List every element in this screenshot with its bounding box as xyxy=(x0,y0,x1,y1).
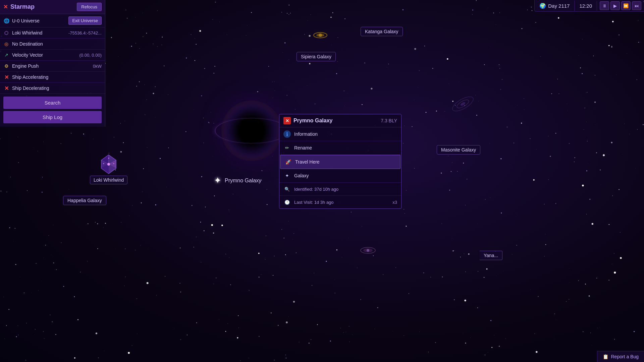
popup-header: ✕ Prymno Galaxy 7.3 BLY xyxy=(279,114,401,127)
sipiera-galaxy-label[interactable]: Sipiera Galaxy xyxy=(297,52,336,61)
black-hole xyxy=(221,101,282,161)
identified-text: Identified: 37d 10h ago xyxy=(294,187,338,192)
fast-forward-button[interactable]: ⏩ xyxy=(621,1,631,10)
sidebar-header: ✕ Starmap Refocus xyxy=(0,0,105,14)
play-button[interactable]: ▶ xyxy=(610,1,620,10)
rename-icon: ✏ xyxy=(283,144,291,152)
engine-value: 0kW xyxy=(93,64,102,69)
popup-close-button[interactable]: ✕ xyxy=(283,117,291,124)
time-display: 12:20 xyxy=(575,1,597,11)
decel-row: ✕ Ship Decelerating xyxy=(0,83,105,94)
universe-icon: 🌐 xyxy=(3,18,9,24)
popup-distance: 7.3 BLY xyxy=(381,118,397,123)
exit-universe-button[interactable]: Exit Universe xyxy=(68,16,102,25)
masonite-galaxy-label[interactable]: Masonite Galaxy xyxy=(437,145,480,155)
svg-point-19 xyxy=(107,163,110,166)
engine-label: Engine Push xyxy=(12,63,39,69)
travel-label: Travel Here xyxy=(295,159,320,165)
popup-galaxy-item[interactable]: ✦ Galaxy xyxy=(279,169,401,183)
accel-row: ✕ Ship Accelerating xyxy=(0,72,105,83)
information-icon: ℹ xyxy=(283,130,291,138)
universe-row: 🌐 U-0 Universe Exit Universe xyxy=(0,14,105,27)
engine-row: ⚙ Engine Push 0kW xyxy=(0,61,105,72)
accel-icon: ✕ xyxy=(3,74,9,80)
visit-count: x3 xyxy=(392,200,397,205)
svg-point-5 xyxy=(367,249,369,252)
velocity-label: Velocity Vector xyxy=(12,52,43,58)
edge-galaxy-right xyxy=(449,90,476,119)
svg-point-21 xyxy=(113,163,114,164)
last-visit-text: Last Visit: 1d 3h ago xyxy=(294,200,334,205)
accel-label: Ship Accelerating xyxy=(12,74,48,80)
hud-controls: ⏸ ▶ ⏩ ⏭ xyxy=(597,0,644,11)
sidebar-title: Starmap xyxy=(10,3,35,10)
destination-icon: ◎ xyxy=(3,41,9,47)
report-bug-label: Report a Bug xyxy=(611,354,639,359)
bottom-galaxy-object xyxy=(359,241,377,261)
report-bug-icon: 📋 xyxy=(603,354,608,359)
velocity-row: ↗ Velocity Vector (0.00, 0.00) xyxy=(0,50,105,61)
destination-label: No Destination xyxy=(12,41,43,47)
information-label: Information xyxy=(294,131,318,137)
popup-title: Prymno Galaxy xyxy=(293,118,333,124)
black-hole-visual xyxy=(221,101,282,161)
planet-hud-icon: 🌍 xyxy=(539,3,546,9)
svg-point-22 xyxy=(108,158,109,159)
ship-name-label: Loki Whirlwind xyxy=(90,176,127,184)
popup-last-visit: 🕐 Last Visit: 1d 3h ago x3 xyxy=(279,196,401,208)
svg-point-20 xyxy=(103,163,104,164)
sidebar: ✕ Starmap Refocus 🌐 U-0 Universe Exit Un… xyxy=(0,0,105,127)
prymno-star-icon: ✦ xyxy=(214,175,221,186)
yana-galaxy-label[interactable]: Yana... xyxy=(480,251,502,260)
ship-icon: ⬡ xyxy=(3,30,9,36)
galaxy-label-item: Galaxy xyxy=(294,173,309,178)
day-display: 🌍 Day 2117 xyxy=(535,1,575,11)
popup-travel-item[interactable]: 🚀 Travel Here xyxy=(280,155,400,169)
rename-label: Rename xyxy=(294,145,312,150)
popup-rename-item[interactable]: ✏ Rename xyxy=(279,141,401,155)
decel-label: Ship Decelerating xyxy=(12,85,49,91)
identified-icon: 🔍 xyxy=(283,185,291,193)
pause-button[interactable]: ⏸ xyxy=(600,1,609,10)
top-hud: 🌍 Day 2117 12:20 ⏸ ▶ ⏩ ⏭ xyxy=(534,0,644,12)
ship-log-button[interactable]: Ship Log xyxy=(3,111,102,123)
velocity-value: (0.00, 0.00) xyxy=(79,53,102,58)
universe-label: U-0 Universe xyxy=(12,18,40,23)
prymno-label: Prymno Galaxy xyxy=(225,178,261,184)
travel-icon: 🚀 xyxy=(284,158,292,166)
search-button[interactable]: Search xyxy=(3,97,102,109)
ship-name: Loki Whirlwind xyxy=(12,30,42,36)
loki-whirlwind-ship[interactable]: Loki Whirlwind xyxy=(90,154,127,184)
black-hole-ring xyxy=(215,118,288,143)
engine-icon: ⚙ xyxy=(3,63,9,69)
ship-coords: -75536.4:-5742... xyxy=(68,31,102,36)
report-bug-button[interactable]: 📋 Report a Bug xyxy=(597,351,644,362)
popup-identified: 🔍 Identified: 37d 10h ago xyxy=(279,183,401,196)
last-visit-icon: 🕐 xyxy=(283,198,291,206)
decel-icon: ✕ xyxy=(3,85,9,91)
fastest-forward-button[interactable]: ⏭ xyxy=(632,1,641,10)
destination-row: ◎ No Destination xyxy=(0,39,105,50)
happelia-galaxy-label[interactable]: Happelia Galaxy xyxy=(63,196,106,205)
ship-visual xyxy=(99,154,119,174)
day-label: Day 2117 xyxy=(548,3,570,9)
prymno-galaxy-marker[interactable]: ✦ Prymno Galaxy xyxy=(214,175,261,186)
sipiera-galaxy-object xyxy=(312,27,329,45)
galaxy-item-icon: ✦ xyxy=(283,172,291,179)
popup-information-item[interactable]: ℹ Information xyxy=(279,127,401,141)
katanga-galaxy-label[interactable]: Katanga Galaxy xyxy=(361,27,403,36)
velocity-icon: ↗ xyxy=(3,52,9,58)
prymno-popup: ✕ Prymno Galaxy 7.3 BLY ℹ Information ✏ … xyxy=(279,114,401,209)
close-icon[interactable]: ✕ xyxy=(3,4,8,10)
refocus-button[interactable]: Refocus xyxy=(77,3,102,11)
svg-point-2 xyxy=(319,34,322,37)
ship-row: ⬡ Loki Whirlwind -75536.4:-5742... xyxy=(0,27,105,39)
